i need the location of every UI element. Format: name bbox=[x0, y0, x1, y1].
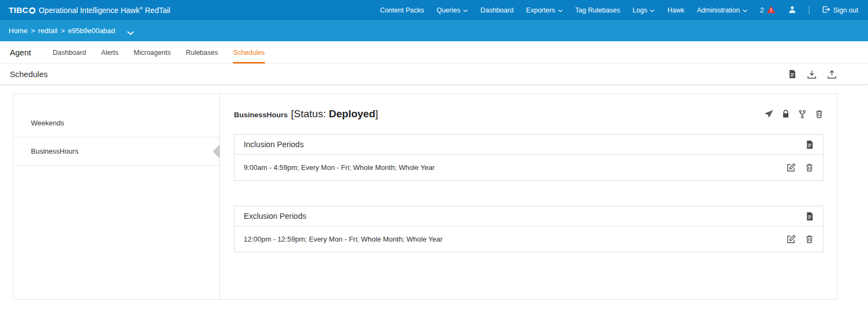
nav-hawk[interactable]: Hawk bbox=[667, 7, 684, 14]
tab-microagents[interactable]: Microagents bbox=[134, 41, 170, 64]
chevron-down-icon bbox=[650, 7, 655, 14]
breadcrumb-agent-id[interactable]: e95b9e00abad bbox=[68, 27, 115, 35]
sign-out-icon bbox=[822, 5, 830, 15]
edit-period-button[interactable] bbox=[787, 235, 796, 244]
lock-schedule-button[interactable] bbox=[782, 110, 790, 118]
tibco-o-logo-icon bbox=[29, 7, 36, 14]
nav-exporters-label: Exporters bbox=[526, 7, 555, 14]
inclusion-periods-section: Inclusion Periods 9:00am - 4:59pm; Every… bbox=[234, 134, 823, 181]
status-value: Deployed bbox=[329, 108, 376, 119]
lock-icon bbox=[782, 110, 790, 118]
selected-item-marker bbox=[213, 144, 220, 159]
registered-mark: ® bbox=[140, 6, 143, 11]
nav-dashboard-label: Dashboard bbox=[480, 7, 514, 14]
breadcrumb-expand-icon[interactable] bbox=[127, 31, 134, 35]
schedule-list-item-businesshours[interactable]: BusinessHours bbox=[14, 137, 219, 166]
period-row-actions bbox=[787, 163, 814, 172]
document-icon bbox=[788, 69, 796, 79]
breadcrumb-home[interactable]: Home bbox=[9, 27, 28, 35]
nav-administration[interactable]: Administration bbox=[697, 7, 747, 14]
exclusion-periods-header: Exclusion Periods bbox=[235, 206, 823, 226]
schedules-toolbar bbox=[788, 69, 837, 79]
schedule-status: [Status: Deployed] bbox=[291, 108, 378, 120]
schedule-item-label: BusinessHours bbox=[31, 147, 78, 155]
edit-icon bbox=[787, 235, 796, 244]
nav-dashboard[interactable]: Dashboard bbox=[480, 7, 514, 14]
delete-schedule-button[interactable] bbox=[815, 110, 823, 118]
schedule-list-item-weekends[interactable]: Weekends bbox=[14, 109, 219, 137]
schedules-header: Schedules bbox=[0, 64, 868, 85]
schedule-list: Weekends BusinessHours bbox=[14, 94, 220, 299]
copy-schedules-button[interactable] bbox=[788, 69, 796, 79]
copy-inclusion-periods-button[interactable] bbox=[806, 140, 814, 149]
paper-plane-icon bbox=[764, 110, 774, 118]
topbar-divider bbox=[809, 6, 809, 15]
inclusion-periods-header: Inclusion Periods bbox=[235, 135, 823, 155]
tab-schedules[interactable]: Schedules bbox=[233, 41, 264, 64]
copy-exclusion-periods-button[interactable] bbox=[806, 212, 814, 221]
nav-queries[interactable]: Queries bbox=[436, 7, 468, 14]
schedule-detail: BusinessHours [Status: Deployed] bbox=[220, 94, 837, 299]
versions-button[interactable] bbox=[798, 110, 807, 119]
status-prefix: [Status: bbox=[291, 108, 329, 119]
user-icon bbox=[788, 5, 796, 15]
nav-logs-label: Logs bbox=[632, 7, 647, 14]
nav-hawk-label: Hawk bbox=[667, 7, 684, 14]
trash-icon bbox=[805, 235, 814, 244]
brand-product-text: Operational Intelligence Hawk bbox=[39, 6, 140, 15]
delete-period-button[interactable] bbox=[805, 163, 814, 172]
nav-tag-rulebases[interactable]: Tag Rulebases bbox=[575, 7, 620, 14]
nav-administration-label: Administration bbox=[697, 7, 740, 14]
delete-period-button[interactable] bbox=[805, 235, 814, 244]
agent-tabs: Dashboard Alerts Microagents Rulebases S… bbox=[53, 41, 265, 64]
schedule-detail-title: BusinessHours [Status: Deployed] bbox=[234, 108, 378, 120]
inclusion-periods-title: Inclusion Periods bbox=[244, 140, 303, 149]
breadcrumb: Home > redtail > e95b9e00abad bbox=[0, 20, 868, 41]
tab-alerts[interactable]: Alerts bbox=[101, 41, 118, 64]
schedule-item-label: Weekends bbox=[31, 119, 64, 127]
trash-icon bbox=[805, 163, 814, 172]
alerts-indicator[interactable]: 2 bbox=[760, 5, 776, 15]
agent-section-label: Agent bbox=[10, 41, 31, 64]
schedule-name: BusinessHours bbox=[234, 111, 288, 119]
trash-icon bbox=[815, 110, 823, 118]
status-suffix: ] bbox=[375, 108, 378, 119]
nav-tag-rulebases-label: Tag Rulebases bbox=[575, 7, 620, 14]
exclusion-period-row: 12:00pm - 12:59pm; Every Mon - Fri; Whol… bbox=[235, 226, 823, 252]
nav-queries-label: Queries bbox=[436, 7, 460, 14]
exclusion-periods-title: Exclusion Periods bbox=[244, 212, 306, 220]
brand-edition-text: RedTail bbox=[145, 6, 170, 15]
alert-count: 2 bbox=[760, 6, 764, 14]
top-nav: Content Packs Queries Dashboard Exporter… bbox=[380, 5, 858, 15]
deploy-schedule-button[interactable] bbox=[764, 110, 774, 118]
nav-exporters[interactable]: Exporters bbox=[526, 7, 563, 14]
edit-period-button[interactable] bbox=[787, 163, 796, 172]
nav-content-packs-label: Content Packs bbox=[380, 7, 424, 14]
brand-logo[interactable]: TIBC Operational Intelligence Hawk® RedT… bbox=[9, 5, 170, 15]
agent-tab-bar: Agent Dashboard Alerts Microagents Ruleb… bbox=[0, 41, 868, 64]
tab-rulebases[interactable]: Rulebases bbox=[186, 41, 218, 64]
sign-out-button[interactable]: Sign out bbox=[822, 5, 858, 15]
breadcrumb-redtail[interactable]: redtail bbox=[38, 27, 57, 35]
upload-icon bbox=[827, 70, 837, 79]
breadcrumb-separator: > bbox=[61, 27, 65, 35]
chevron-down-icon bbox=[558, 7, 563, 14]
branch-icon bbox=[798, 110, 807, 119]
breadcrumb-separator: > bbox=[31, 27, 35, 35]
document-icon bbox=[806, 140, 814, 149]
schedule-actions bbox=[764, 110, 823, 119]
download-schedules-button[interactable] bbox=[807, 70, 816, 79]
app-root: TIBC Operational Intelligence Hawk® RedT… bbox=[0, 0, 868, 300]
period-text: 9:00am - 4:59pm; Every Mon - Fri; Whole … bbox=[244, 163, 435, 172]
top-navbar: TIBC Operational Intelligence Hawk® RedT… bbox=[0, 0, 868, 20]
upload-schedules-button[interactable] bbox=[827, 70, 837, 79]
user-profile-button[interactable] bbox=[788, 5, 796, 15]
tab-dashboard[interactable]: Dashboard bbox=[53, 41, 86, 64]
schedules-title: Schedules bbox=[10, 69, 48, 79]
inclusion-period-row: 9:00am - 4:59pm; Every Mon - Fri; Whole … bbox=[235, 155, 823, 180]
brand-product-name: Operational Intelligence Hawk® RedTail bbox=[39, 6, 170, 15]
nav-content-packs[interactable]: Content Packs bbox=[380, 7, 424, 14]
nav-logs[interactable]: Logs bbox=[632, 7, 655, 14]
period-text: 12:00pm - 12:59pm; Every Mon - Fri; Whol… bbox=[244, 235, 442, 243]
download-icon bbox=[807, 70, 816, 79]
